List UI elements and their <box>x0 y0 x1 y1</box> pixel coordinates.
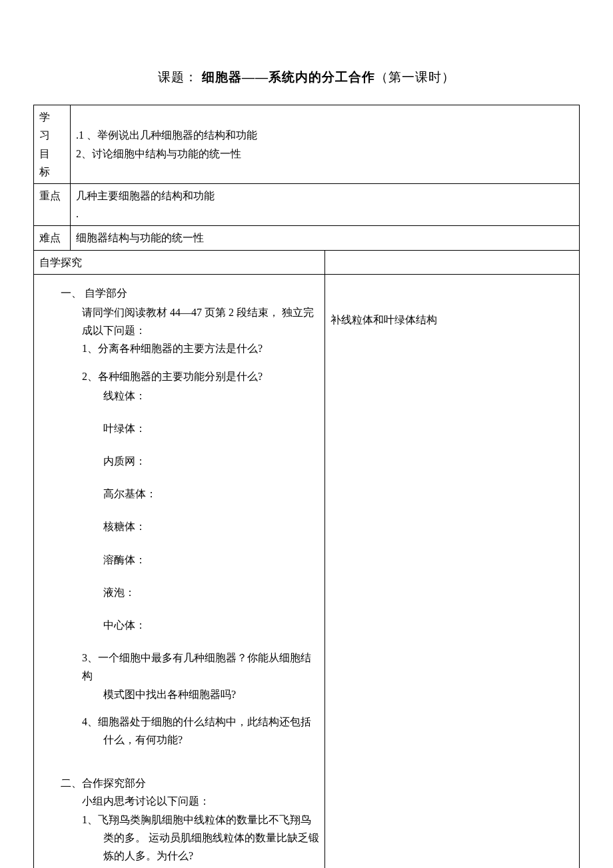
title-suffix: （第一课时） <box>375 70 455 84</box>
section2-q1c: 炼的人多。为什么? <box>61 847 319 865</box>
organelle-golgi: 高尔基体： <box>61 485 319 503</box>
section2-heading: 二、合作探究部分 <box>61 774 319 792</box>
table-row: 自学探究 <box>34 250 580 274</box>
section1-intro1: 请同学们阅读教材 44—47 页第 2 段结束， 独立完 <box>61 303 319 321</box>
section2-q1a: 1、飞翔鸟类胸肌细胞中线粒体的数量比不飞翔鸟 <box>61 811 319 829</box>
table-row: 一、 自学部分 请同学们阅读教材 44—47 页第 2 段结束， 独立完 成以下… <box>34 274 580 868</box>
organelle-centrosome: 中心体： <box>61 616 319 634</box>
organelle-er: 内质网： <box>61 452 319 470</box>
organelle-ribosome: 核糖体： <box>61 517 319 535</box>
difficulty-label: 难点 <box>34 226 71 250</box>
focus-text: 几种主要细胞器的结构和功能 . <box>71 184 580 226</box>
difficulty-text: 细胞器结构与功能的统一性 <box>71 226 580 250</box>
table-row: 重点 几种主要细胞器的结构和功能 . <box>34 184 580 226</box>
section1-q3a: 3、一个细胞中最多有几种细胞器？你能从细胞结构 <box>61 649 319 685</box>
organelle-chloroplast: 叶绿体： <box>61 419 319 437</box>
right-note: 补线粒体和叶绿体结构 <box>330 277 574 329</box>
section1-intro2: 成以下问题： <box>61 321 319 339</box>
organelle-vacuole: 液泡： <box>61 583 319 601</box>
empty-cell <box>325 250 580 274</box>
content-cell: 一、 自学部分 请同学们阅读教材 44—47 页第 2 段结束， 独立完 成以下… <box>34 274 325 868</box>
section1-heading: 一、 自学部分 <box>61 284 319 302</box>
note-cell: 补线粒体和叶绿体结构 <box>325 274 580 868</box>
page-title: 课题： 细胞器——系统内的分工合作（第一课时） <box>33 67 580 88</box>
section2-q1b: 类的多。 运动员肌细胞线粒体的数量比缺乏锻 <box>61 829 319 847</box>
section1-q3b: 模式图中找出各种细胞器吗? <box>61 685 319 703</box>
title-main: 细胞器——系统内的分工合作 <box>202 70 375 84</box>
title-prefix: 课题： <box>158 70 198 84</box>
section1-q2: 2、各种细胞器的主要功能分别是什么? <box>61 367 319 385</box>
goals-text: .1 、举例说出几种细胞器的结构和功能 2、讨论细胞中结构与功能的统一性 <box>71 105 580 184</box>
section2-intro: 小组内思考讨论以下问题： <box>61 792 319 810</box>
organelle-lysosome: 溶酶体： <box>61 551 319 569</box>
section1-q4b: 什么，有何功能? <box>61 731 319 749</box>
self-study-label: 自学探究 <box>34 250 325 274</box>
focus-label: 重点 <box>34 184 71 226</box>
main-table: 学习目标 .1 、举例说出几种细胞器的结构和功能 2、讨论细胞中结构与功能的统一… <box>33 105 580 868</box>
section1-q1: 1、分离各种细胞器的主要方法是什么? <box>61 339 319 357</box>
table-row: 学习目标 .1 、举例说出几种细胞器的结构和功能 2、讨论细胞中结构与功能的统一… <box>34 105 580 184</box>
organelle-mitochondria: 线粒体： <box>61 387 319 405</box>
table-row: 难点 细胞器结构与功能的统一性 <box>34 226 580 250</box>
section1-q4a: 4、细胞器处于细胞的什么结构中，此结构还包括 <box>61 713 319 731</box>
goals-label: 学习目标 <box>34 105 71 184</box>
